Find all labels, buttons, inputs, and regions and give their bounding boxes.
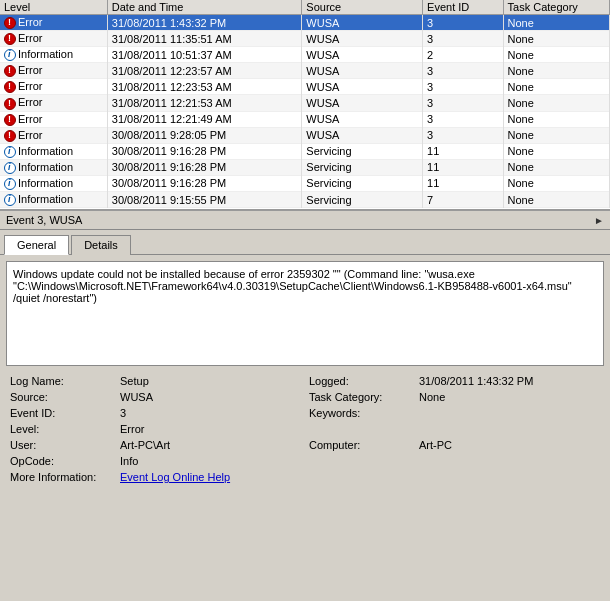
user-value: Art-PC\Art xyxy=(116,438,305,452)
logged-label: Logged: xyxy=(305,374,415,388)
cell-level: Information xyxy=(0,143,107,159)
cell-task: None xyxy=(503,175,609,191)
table-row[interactable]: Information 31/08/2011 10:51:37 AM WUSA … xyxy=(0,47,610,63)
level-label: Level: xyxy=(6,422,116,436)
table-row[interactable]: Information 30/08/2011 9:16:28 PM Servic… xyxy=(0,175,610,191)
info-icon xyxy=(4,178,16,190)
col-header-eventid: Event ID xyxy=(423,0,503,15)
cell-task: None xyxy=(503,127,609,143)
cell-source: WUSA xyxy=(302,31,423,47)
cell-task: None xyxy=(503,79,609,95)
cell-eventid: 3 xyxy=(423,31,503,47)
cell-datetime: 31/08/2011 12:21:49 AM xyxy=(107,111,302,127)
col-header-datetime: Date and Time xyxy=(107,0,302,15)
event-header-bar: Event 3, WUSA ► xyxy=(0,210,610,230)
task-category-value: None xyxy=(415,390,604,404)
keywords-value xyxy=(415,406,604,420)
empty-label-2 xyxy=(305,454,415,468)
error-icon xyxy=(4,65,16,77)
cell-task: None xyxy=(503,111,609,127)
event-message-box: Windows update could not be installed be… xyxy=(6,261,604,366)
cell-level: Information xyxy=(0,192,107,208)
table-row[interactable]: Error 31/08/2011 1:43:32 PM WUSA 3 None xyxy=(0,15,610,31)
cell-source: WUSA xyxy=(302,15,423,31)
cell-level: Information xyxy=(0,159,107,175)
source-label: Source: xyxy=(6,390,116,404)
cell-source: WUSA xyxy=(302,127,423,143)
cell-eventid: 3 xyxy=(423,15,503,31)
table-row[interactable]: Information 30/08/2011 9:16:28 PM Servic… xyxy=(0,143,610,159)
table-row[interactable]: Error 31/08/2011 12:21:49 AM WUSA 3 None xyxy=(0,111,610,127)
cell-level: Information xyxy=(0,175,107,191)
user-label: User: xyxy=(6,438,116,452)
event-details-grid: Log Name: Setup Logged: 31/08/2011 1:43:… xyxy=(6,374,604,484)
cell-datetime: 31/08/2011 10:51:37 AM xyxy=(107,47,302,63)
error-icon xyxy=(4,130,16,142)
computer-value: Art-PC xyxy=(415,438,604,452)
level-value: Error xyxy=(116,422,305,436)
more-info-label: More Information: xyxy=(6,470,116,484)
cell-level: Information xyxy=(0,47,107,63)
table-row[interactable]: Information 30/08/2011 9:16:28 PM Servic… xyxy=(0,159,610,175)
empty-value-1 xyxy=(415,422,604,436)
col-header-task: Task Category xyxy=(503,0,609,15)
table-row[interactable]: Error 31/08/2011 12:23:53 AM WUSA 3 None xyxy=(0,79,610,95)
event-id-value: 3 xyxy=(116,406,305,420)
more-info-link[interactable]: Event Log Online Help xyxy=(116,470,305,484)
error-icon xyxy=(4,33,16,45)
table-row[interactable]: Error 30/08/2011 9:28:05 PM WUSA 3 None xyxy=(0,127,610,143)
cell-task: None xyxy=(503,95,609,111)
table-row[interactable]: Error 31/08/2011 12:21:53 AM WUSA 3 None xyxy=(0,95,610,111)
tab-details[interactable]: Details xyxy=(71,235,131,255)
error-icon xyxy=(4,81,16,93)
info-icon xyxy=(4,194,16,206)
col-header-source: Source xyxy=(302,0,423,15)
cell-datetime: 30/08/2011 9:28:05 PM xyxy=(107,127,302,143)
cell-eventid: 3 xyxy=(423,79,503,95)
cell-source: Servicing xyxy=(302,192,423,208)
event-header-arrow[interactable]: ► xyxy=(594,215,604,226)
cell-datetime: 31/08/2011 12:23:57 AM xyxy=(107,63,302,79)
cell-datetime: 31/08/2011 11:35:51 AM xyxy=(107,31,302,47)
event-header-text: Event 3, WUSA xyxy=(6,214,82,226)
cell-source: WUSA xyxy=(302,95,423,111)
col-header-level: Level xyxy=(0,0,107,15)
info-icon xyxy=(4,49,16,61)
detail-panel: Windows update could not be installed be… xyxy=(0,255,610,490)
cell-level: Error xyxy=(0,95,107,111)
cell-source: WUSA xyxy=(302,79,423,95)
cell-datetime: 31/08/2011 1:43:32 PM xyxy=(107,15,302,31)
task-category-label: Task Category: xyxy=(305,390,415,404)
cell-level: Error xyxy=(0,127,107,143)
tabs-container: General Details xyxy=(0,230,610,255)
cell-datetime: 31/08/2011 12:21:53 AM xyxy=(107,95,302,111)
cell-source: Servicing xyxy=(302,159,423,175)
cell-level: Error xyxy=(0,63,107,79)
error-icon xyxy=(4,114,16,126)
table-row[interactable]: Error 31/08/2011 12:23:57 AM WUSA 3 None xyxy=(0,63,610,79)
cell-datetime: 31/08/2011 12:23:53 AM xyxy=(107,79,302,95)
cell-eventid: 3 xyxy=(423,127,503,143)
cell-level: Error xyxy=(0,79,107,95)
cell-eventid: 11 xyxy=(423,143,503,159)
cell-task: None xyxy=(503,15,609,31)
opcode-value: Info xyxy=(116,454,305,468)
table-row[interactable]: Information 30/08/2011 9:15:55 PM Servic… xyxy=(0,192,610,208)
cell-task: None xyxy=(503,31,609,47)
empty-value-3 xyxy=(415,470,604,484)
table-row[interactable]: Error 31/08/2011 11:35:51 AM WUSA 3 None xyxy=(0,31,610,47)
event-log-table[interactable]: Level Date and Time Source Event ID Task… xyxy=(0,0,610,210)
empty-label-3 xyxy=(305,470,415,484)
log-name-value: Setup xyxy=(116,374,305,388)
cell-source: WUSA xyxy=(302,47,423,63)
cell-task: None xyxy=(503,47,609,63)
cell-source: WUSA xyxy=(302,63,423,79)
cell-source: Servicing xyxy=(302,143,423,159)
tab-general[interactable]: General xyxy=(4,235,69,255)
cell-task: None xyxy=(503,159,609,175)
info-icon xyxy=(4,146,16,158)
info-icon xyxy=(4,162,16,174)
cell-eventid: 3 xyxy=(423,95,503,111)
cell-task: None xyxy=(503,143,609,159)
opcode-label: OpCode: xyxy=(6,454,116,468)
